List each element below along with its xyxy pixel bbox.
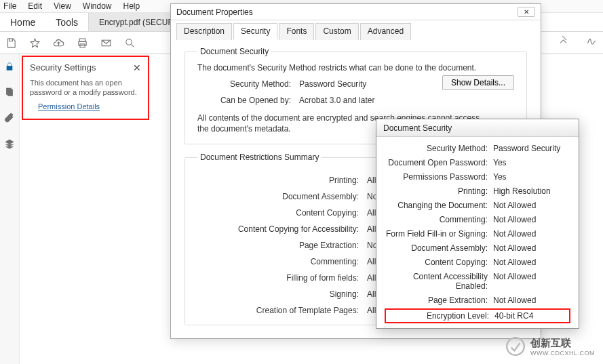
security-detail-label: Security Method: <box>385 144 493 153</box>
star-icon[interactable] <box>29 37 41 49</box>
security-detail-value: Yes <box>493 172 507 182</box>
security-detail-label: Printing: <box>385 186 493 196</box>
security-detail-label: Content Accessibility Enabled: <box>385 272 493 291</box>
security-settings-msg: This document has an open password or a … <box>30 79 141 98</box>
restriction-label: Printing: <box>197 176 367 185</box>
layers-icon[interactable] <box>4 138 15 149</box>
attachment-icon[interactable] <box>4 113 15 123</box>
email-icon[interactable] <box>100 37 112 49</box>
security-method-label: Security Method: <box>197 79 299 89</box>
security-detail-label: Content Copying: <box>385 258 493 267</box>
highlight-icon[interactable] <box>558 34 570 46</box>
menu-edit[interactable]: Edit <box>28 1 42 11</box>
security-method-value: Password Security <box>299 79 366 89</box>
restriction-label: Filling of form fields: <box>197 273 367 283</box>
restriction-label: Creation of Template Pages: <box>197 306 367 315</box>
security-detail-value: Not Allowed <box>493 229 536 239</box>
restriction-label: Document Assembly: <box>197 192 367 201</box>
security-detail-label: Permissions Password: <box>385 172 493 182</box>
svg-rect-0 <box>79 39 85 41</box>
security-settings-panel: Security Settings ✕ This document has an… <box>22 56 149 120</box>
tab-description[interactable]: Description <box>176 23 232 40</box>
security-detail-row: Printing:High Resolution <box>385 186 570 196</box>
security-detail-row: Permissions Password:Yes <box>385 172 570 182</box>
svg-rect-7 <box>7 89 12 96</box>
dialog-close-button[interactable]: ✕ <box>518 7 535 17</box>
security-detail-row: Security Method:Password Security <box>385 144 570 153</box>
signature-icon[interactable] <box>585 34 598 46</box>
opened-by-label: Can be Opened by: <box>197 96 299 105</box>
opened-by-value: Acrobat 3.0 and later <box>299 96 374 105</box>
security-detail-value: Not Allowed <box>493 215 536 224</box>
tab-advanced[interactable]: Advanced <box>360 23 411 40</box>
security-detail-row: Changing the Document:Not Allowed <box>385 201 570 210</box>
security-detail-label: Commenting: <box>385 215 493 224</box>
dialog-tabs: Description Security Fonts Custom Advanc… <box>171 20 541 40</box>
restrictions-title: Document Restrictions Summary <box>197 153 322 162</box>
security-description: The document's Security Method restricts… <box>197 63 514 73</box>
security-detail-value: Not Allowed <box>493 243 536 253</box>
security-detail-value: Not Allowed <box>493 201 536 210</box>
security-detail-value: Not Allowed <box>493 296 536 305</box>
security-detail-label: Document Open Password: <box>385 158 493 167</box>
show-details-button[interactable]: Show Details... <box>442 75 514 90</box>
security-detail-value: Password Security <box>493 144 560 153</box>
cloud-upload-icon[interactable] <box>53 37 64 49</box>
security-detail-row: Encryption Level:40-bit RC4 <box>385 308 570 323</box>
document-security-popup: Document Security Security Method:Passwo… <box>376 119 579 329</box>
security-detail-row: Content Accessibility Enabled:Not Allowe… <box>385 272 570 291</box>
close-icon[interactable]: ✕ <box>133 62 141 73</box>
fieldset-title: Document Security <box>197 47 271 56</box>
lock-icon[interactable] <box>4 61 15 72</box>
menu-file[interactable]: File <box>3 1 16 11</box>
restriction-label: Page Extraction: <box>197 241 367 250</box>
svg-point-8 <box>507 338 524 355</box>
popup-title: Document Security <box>376 119 579 137</box>
menu-view[interactable]: View <box>54 1 71 11</box>
security-detail-row: Document Open Password:Yes <box>385 158 570 167</box>
svg-point-4 <box>126 39 132 45</box>
save-icon[interactable] <box>5 37 17 49</box>
security-detail-row: Commenting:Not Allowed <box>385 215 570 224</box>
svg-rect-5 <box>7 66 12 70</box>
security-detail-value: Yes <box>493 158 507 167</box>
tab-fonts[interactable]: Fonts <box>279 23 314 40</box>
security-detail-label: Page Extraction: <box>385 296 493 305</box>
security-detail-label: Encryption Level: <box>386 311 494 321</box>
tab-custom[interactable]: Custom <box>315 23 358 40</box>
menu-help[interactable]: Help <box>123 1 140 11</box>
security-detail-row: Form Field Fill-in or Signing:Not Allowe… <box>385 229 570 239</box>
print-icon[interactable] <box>77 37 88 49</box>
side-nav <box>0 54 20 364</box>
watermark-brand: 创新互联 <box>530 337 595 350</box>
page-thumbnails-icon[interactable] <box>4 87 15 98</box>
menu-window[interactable]: Window <box>83 1 112 11</box>
restriction-label: Signing: <box>197 289 367 299</box>
security-detail-row: Page Extraction:Not Allowed <box>385 296 570 305</box>
permission-details-link[interactable]: Permission Details <box>38 102 100 110</box>
dialog-title: Document Properties <box>176 7 253 17</box>
main-tab-tools[interactable]: Tools <box>45 13 88 31</box>
restriction-label: Content Copying: <box>197 208 367 218</box>
main-tab-home[interactable]: Home <box>0 13 45 31</box>
tab-security[interactable]: Security <box>233 23 277 40</box>
security-detail-row: Document Assembly:Not Allowed <box>385 243 570 253</box>
security-detail-value: Not Allowed <box>493 258 536 267</box>
restriction-label: Content Copying for Accessibility: <box>197 224 367 234</box>
security-detail-value: Not Allowed <box>493 272 536 291</box>
watermark-url: WWW.CDCXHL.COM <box>530 350 595 357</box>
toolbar-right <box>558 34 598 46</box>
security-detail-value: High Resolution <box>493 186 551 196</box>
security-detail-label: Form Field Fill-in or Signing: <box>385 229 493 239</box>
security-settings-title: Security Settings <box>30 62 96 73</box>
restriction-label: Commenting: <box>197 257 367 266</box>
security-detail-label: Document Assembly: <box>385 243 493 253</box>
security-detail-row: Content Copying:Not Allowed <box>385 258 570 267</box>
watermark-logo: 创新互联 WWW.CDCXHL.COM <box>505 336 595 357</box>
security-detail-label: Changing the Document: <box>385 201 493 210</box>
search-icon[interactable] <box>124 37 136 49</box>
security-detail-value: 40-bit RC4 <box>494 311 533 321</box>
